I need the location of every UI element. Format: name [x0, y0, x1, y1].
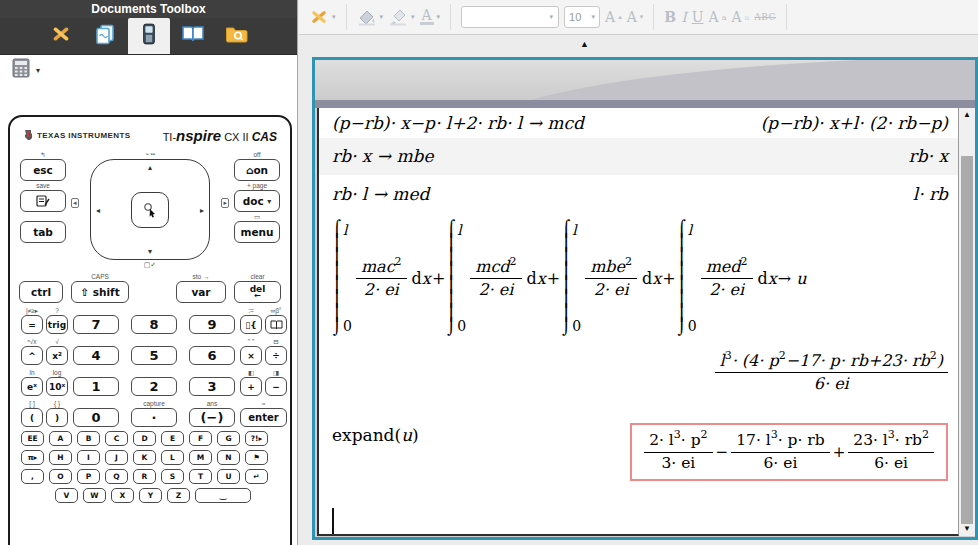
superscript-button[interactable]: Aa: [709, 9, 727, 25]
fill-color-button[interactable]: ▾: [357, 8, 384, 26]
key-U[interactable]: U: [217, 469, 240, 484]
grow-font-button[interactable]: A▴: [605, 9, 622, 25]
key-Y[interactable]: Y: [139, 488, 162, 503]
key-EE[interactable]: EE: [21, 431, 44, 446]
expression-input[interactable]: (p−rb)· x−p· l+2· rb· l → mcd: [332, 113, 584, 133]
touchpad-down-arrow[interactable]: ▾: [148, 247, 152, 256]
key-X[interactable]: X: [111, 488, 134, 503]
power-key[interactable]: ^: [21, 346, 43, 365]
key-D[interactable]: D: [133, 431, 156, 446]
key-F[interactable]: F: [189, 431, 212, 446]
keypad-dropdown-caret[interactable]: ▾: [36, 66, 40, 75]
equals-key[interactable]: =: [21, 315, 43, 334]
touchpad-left-arrow[interactable]: ◂: [96, 205, 100, 214]
font-color-button[interactable]: A▾: [420, 10, 441, 25]
menu-key[interactable]: menu: [234, 221, 280, 243]
key-9[interactable]: 9: [189, 315, 235, 334]
enter-key[interactable]: enter: [240, 408, 287, 427]
del-key[interactable]: del←: [234, 281, 281, 303]
vertical-scrollbar[interactable]: ▲ ▼: [959, 108, 975, 536]
key-Q[interactable]: Q: [105, 469, 128, 484]
key-3[interactable]: 3: [189, 377, 235, 396]
highlight-button[interactable]: ▾: [388, 8, 415, 26]
italic-button[interactable]: I: [681, 9, 687, 25]
key-2[interactable]: 2: [131, 377, 177, 396]
ten-power-key[interactable]: 10ˣ: [46, 377, 68, 396]
key-H[interactable]: H: [49, 450, 72, 465]
trig-key[interactable]: trig: [46, 315, 68, 334]
key-R[interactable]: R: [133, 469, 156, 484]
expand-input[interactable]: expand(u): [332, 421, 419, 445]
expression-result[interactable]: (p−rb)· x+l· (2· rb−p): [761, 113, 948, 133]
font-size-select[interactable]: 10▾: [564, 6, 600, 28]
scrollbar-track[interactable]: [959, 122, 975, 536]
subscript-button[interactable]: Aa: [731, 9, 749, 25]
key-M[interactable]: M: [189, 450, 212, 465]
on-key[interactable]: ⌂on: [234, 159, 280, 181]
esc-key[interactable]: esc: [20, 159, 66, 181]
exp-key[interactable]: eˣ: [21, 377, 43, 396]
tab-document-tools[interactable]: [40, 18, 82, 54]
tab-key[interactable]: tab: [20, 221, 66, 243]
key-return[interactable]: ↵: [245, 469, 268, 484]
tab-page-sorter[interactable]: [84, 18, 126, 54]
minus-key[interactable]: −: [265, 377, 287, 396]
doc-key[interactable]: doc ▾: [234, 190, 280, 212]
collapse-toolbar-arrow[interactable]: ▲: [580, 39, 589, 49]
shrink-font-button[interactable]: A▾: [627, 9, 644, 25]
key-C[interactable]: C: [105, 431, 128, 446]
strikethrough-button[interactable]: ABC: [754, 12, 776, 22]
key-flag[interactable]: ⚑: [245, 450, 268, 465]
scroll-down-arrow[interactable]: ▼: [963, 522, 971, 536]
shift-key[interactable]: ⇧ shift: [71, 281, 129, 303]
key-G[interactable]: G: [217, 431, 240, 446]
touchpad-right-arrow[interactable]: ▸: [200, 205, 204, 214]
selected-result-box[interactable]: 2· l3· p23· ei − 17· l3· p· rb6· ei + 23…: [630, 423, 948, 481]
key-6[interactable]: 6: [189, 346, 235, 365]
integral-input[interactable]: ⌠⎮⎮⎮⎮⎮⎮⌡l0mac22· eidx + ⌠⎮⎮⎮⎮⎮⎮⌡l0mcd22·…: [332, 214, 948, 342]
key-P[interactable]: P: [77, 469, 100, 484]
decimal-key[interactable]: ·: [131, 408, 177, 427]
catalog-key[interactable]: [265, 315, 287, 334]
template-key[interactable]: ▯{: [240, 315, 262, 334]
key-8[interactable]: 8: [131, 315, 177, 334]
space-key[interactable]: ‿: [195, 488, 251, 503]
page-forward-icon[interactable]: ▸: [221, 198, 229, 208]
tab-handheld-keypad[interactable]: [128, 18, 170, 54]
underline-button[interactable]: U: [692, 9, 704, 25]
square-key[interactable]: x²: [46, 346, 68, 365]
key-E[interactable]: E: [161, 431, 184, 446]
key-punct[interactable]: ?!▸: [245, 431, 268, 446]
key-T[interactable]: T: [189, 469, 212, 484]
expression-result[interactable]: l· rb: [913, 184, 948, 204]
key-0[interactable]: 0: [73, 408, 119, 427]
expression-input[interactable]: rb· x → mbe: [332, 146, 434, 166]
font-family-select[interactable]: ▾: [461, 6, 559, 28]
key-1[interactable]: 1: [73, 377, 119, 396]
key-S[interactable]: S: [161, 469, 184, 484]
close-paren-key[interactable]: ): [46, 408, 68, 427]
multiply-key[interactable]: ×: [240, 346, 262, 365]
key-pi[interactable]: π▸: [21, 450, 44, 465]
key-I[interactable]: I: [77, 450, 100, 465]
plus-key[interactable]: +: [240, 377, 262, 396]
key-K[interactable]: K: [133, 450, 156, 465]
key-V[interactable]: V: [55, 488, 78, 503]
open-paren-key[interactable]: (: [21, 408, 43, 427]
key-comma[interactable]: ,: [21, 469, 44, 484]
bold-button[interactable]: B: [664, 9, 676, 25]
calculator-icon[interactable]: [12, 58, 30, 82]
key-L[interactable]: L: [161, 450, 184, 465]
expression-input[interactable]: rb· l → med: [332, 184, 429, 204]
touchpad[interactable]: ▴ ▾ ◂ ▸: [90, 159, 210, 260]
divide-key[interactable]: ÷: [265, 346, 287, 365]
key-5[interactable]: 5: [131, 346, 177, 365]
key-N[interactable]: N: [217, 450, 240, 465]
touchpad-click-button[interactable]: [131, 192, 169, 228]
negate-key[interactable]: (−): [189, 408, 235, 427]
ctrl-key[interactable]: ctrl: [19, 281, 63, 303]
tab-utilities[interactable]: [216, 18, 258, 54]
page-back-icon[interactable]: ◂: [71, 198, 79, 208]
touchpad-up-arrow[interactable]: ▴: [148, 163, 152, 172]
key-B[interactable]: B: [77, 431, 100, 446]
